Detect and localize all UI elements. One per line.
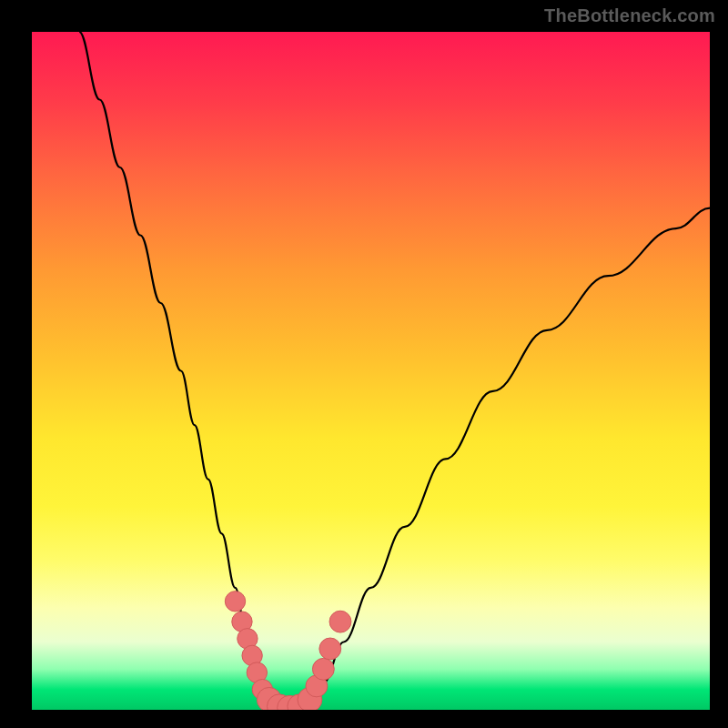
left-curve-path (79, 32, 276, 710)
watermark-text: TheBottleneck.com (544, 5, 715, 26)
data-marker (329, 611, 351, 632)
chart-frame: TheBottleneck.com (0, 0, 728, 728)
curve-group (79, 32, 710, 710)
data-marker (225, 592, 245, 612)
chart-svg (32, 32, 710, 710)
plot-area (32, 32, 710, 710)
marker-group (225, 592, 351, 710)
right-curve-path (309, 208, 710, 710)
data-marker (319, 638, 341, 660)
data-marker (312, 658, 334, 680)
